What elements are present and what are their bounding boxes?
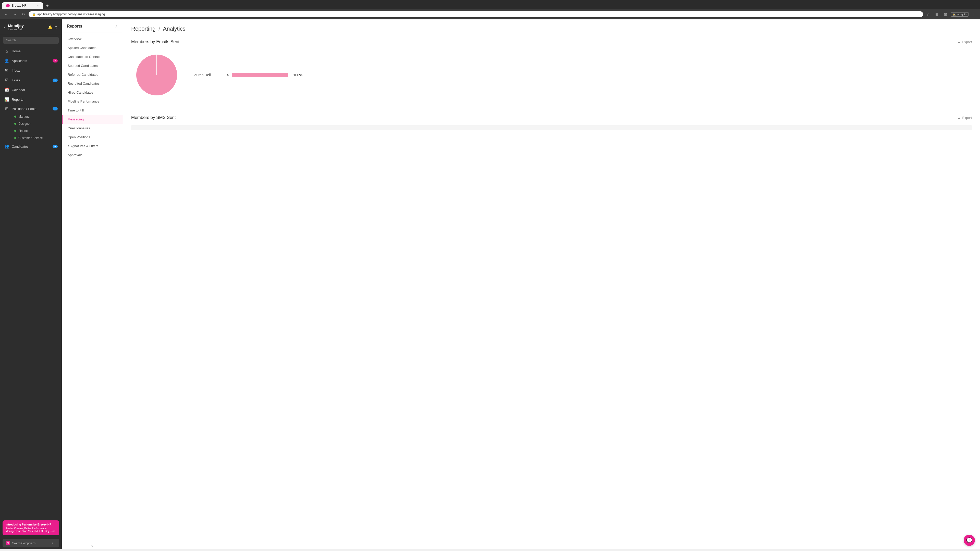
back-button[interactable]: ← <box>3 11 10 18</box>
report-nav-item-label: Applied Candidates <box>68 46 97 50</box>
report-nav-hired-candidates[interactable]: Hired Candidates <box>62 88 123 97</box>
page-title-separator: / <box>159 25 160 32</box>
sidebar-item-tasks[interactable]: ☑ Tasks + <box>0 75 62 85</box>
reload-button[interactable]: ↻ <box>20 11 27 18</box>
sidebar-item-label: Applicants <box>12 59 50 63</box>
report-nav-item-label: eSignatures & Offers <box>68 144 98 148</box>
breezy-tab-icon <box>6 4 10 7</box>
status-dot <box>14 130 16 132</box>
sidebar-subitem-label: Finance <box>18 129 29 133</box>
report-nav-questionnaires[interactable]: Questionnaires <box>62 124 123 133</box>
report-nav-applied-candidates[interactable]: Applied Candidates <box>62 43 123 52</box>
sidebar-item-applicants[interactable]: 👤 Applicants 7 <box>0 56 62 65</box>
promo-banner[interactable]: Introducing Perform by Breezy HR Easier,… <box>3 520 59 535</box>
report-nav-item-label: Questionnaires <box>68 126 90 130</box>
content-area: Reporting / Analytics Members by Emails … <box>123 19 980 549</box>
address-bar[interactable]: 🔒 app.breezy.hr/app/c/moodjoy/analytics/… <box>29 11 923 17</box>
sidebar-subitem-manager[interactable]: Manager <box>10 113 62 120</box>
incognito-badge: 🕵 Incognito <box>951 12 969 17</box>
report-nav-approvals[interactable]: Approvals <box>62 151 123 159</box>
browser-chrome: Breezy HR × + ← → ↻ 🔒 app.breezy.hr/app/… <box>0 0 980 19</box>
sidebar-subitem-customer-service[interactable]: Customer Service <box>10 135 62 141</box>
sidebar-item-positions-pools[interactable]: ⊞ Positions / Pools + <box>0 104 62 113</box>
layout-button[interactable]: ⊡ <box>942 11 949 18</box>
report-nav-referred-candidates[interactable]: Referred Candidates <box>62 70 123 79</box>
report-nav-item-label: Approvals <box>68 153 83 157</box>
tasks-icon: ☑ <box>4 78 9 83</box>
applicants-badge: 7 <box>52 59 58 62</box>
notification-bell-icon[interactable]: 🔔 <box>48 25 52 29</box>
bottom-scrollbar[interactable] <box>0 549 980 551</box>
sidebar-back-button[interactable]: ‹ <box>4 25 5 30</box>
report-nav-item-label: Pipeline Performance <box>68 100 99 103</box>
sms-chart-header: Members by SMS Sent ☁ Export <box>131 115 972 120</box>
report-nav-item-label: Time to Fill <box>68 108 84 112</box>
report-nav-open-positions[interactable]: Open Positions <box>62 133 123 141</box>
switch-companies-button[interactable]: ⊞ Switch Companies › <box>3 539 59 548</box>
home-icon: ⌂ <box>4 49 9 53</box>
sidebar-item-home[interactable]: ⌂ Home <box>0 46 62 56</box>
sidebar-search <box>0 34 62 46</box>
emails-pie-chart <box>131 49 182 100</box>
sidebar-header: ‹ Moodjoy Lauren Deli 🔔 ⚙ <box>0 19 62 34</box>
menu-button[interactable]: ⋮ <box>970 11 977 18</box>
settings-gear-icon[interactable]: ⚙ <box>54 25 58 29</box>
browser-tab-breezy[interactable]: Breezy HR × <box>2 2 43 9</box>
bookmark-button[interactable]: ☆ <box>924 11 932 18</box>
sms-export-label: Export <box>962 116 972 120</box>
tab-close-button[interactable]: × <box>37 4 39 7</box>
report-nav-recruited-candidates[interactable]: Recruited Candidates <box>62 79 123 88</box>
legend-bar <box>232 73 288 77</box>
report-nav-overview[interactable]: Overview <box>62 35 123 43</box>
emails-export-button[interactable]: ☁ Export <box>957 40 972 44</box>
forward-button[interactable]: → <box>11 11 18 18</box>
search-input[interactable] <box>3 37 59 44</box>
chat-bubble-button[interactable]: 💬 <box>964 535 975 546</box>
report-nav-messaging[interactable]: Messaging <box>62 115 123 124</box>
sidebar-item-label: Home <box>12 49 58 53</box>
sidebar-subitem-designer[interactable]: Designer <box>10 120 62 127</box>
page-title: Reporting / Analytics <box>131 25 972 32</box>
sidebar-item-label: Reports <box>12 98 58 102</box>
report-nav-esignatures-offers[interactable]: eSignatures & Offers <box>62 141 123 151</box>
report-nav-sourced-candidates[interactable]: Sourced Candidates <box>62 61 123 70</box>
sidebar-header-actions: 🔔 ⚙ <box>48 25 58 29</box>
page-title-analytics: Analytics <box>163 25 186 32</box>
sidebar-company: Moodjoy Lauren Deli <box>8 24 45 31</box>
sidebar-item-calendar[interactable]: 📅 Calendar <box>0 85 62 95</box>
sidebar-item-label: Tasks <box>12 78 50 82</box>
sidebar-item-inbox[interactable]: ✉ Inbox <box>0 65 62 75</box>
new-tab-button[interactable]: + <box>44 2 51 9</box>
report-nav-item-label: Open Positions <box>68 135 90 139</box>
reports-nav-collapse-button[interactable]: ∧ <box>115 24 118 28</box>
report-nav-time-to-fill[interactable]: Time to Fill <box>62 106 123 115</box>
sidebar-item-label: Calendar <box>12 88 58 92</box>
sidebar-subitem-label: Manager <box>18 115 30 118</box>
reports-nav-list: Overview Applied Candidates Candidates t… <box>62 32 123 543</box>
main-content: Reports ∧ Overview Applied Candidates Ca… <box>62 19 980 549</box>
status-dot <box>14 137 16 139</box>
extensions-button[interactable]: ⊞ <box>933 11 940 18</box>
company-name: Moodjoy <box>8 24 45 28</box>
sidebar-item-label: Inbox <box>12 68 58 73</box>
app-container: ‹ Moodjoy Lauren Deli 🔔 ⚙ ⌂ Home 👤 Appli… <box>0 19 980 549</box>
sidebar-subitem-finance[interactable]: Finance <box>10 127 62 135</box>
positions-badge: + <box>52 107 58 110</box>
sidebar-item-reports[interactable]: 📊 Reports <box>0 95 62 104</box>
report-nav-candidates-to-contact[interactable]: Candidates to Contact <box>62 52 123 61</box>
export-cloud-icon: ☁ <box>957 40 961 44</box>
report-nav-item-label: Candidates to Contact <box>68 55 100 59</box>
sms-export-button[interactable]: ☁ Export <box>957 116 972 120</box>
reports-nav-header: Reports ∧ <box>62 19 123 32</box>
report-nav-item-label: Hired Candidates <box>68 91 93 94</box>
chat-bubble-icon: 💬 <box>966 537 973 543</box>
report-nav-item-label: Recruited Candidates <box>68 82 100 86</box>
emails-chart-body: Lauren Deli 4 100% <box>131 49 972 100</box>
switch-label: Switch Companies <box>12 541 35 545</box>
reports-scroll-down: ∨ <box>62 543 123 549</box>
incognito-icon: 🕵 <box>953 13 956 16</box>
sidebar-item-candidates[interactable]: 👥 Candidates + <box>0 141 62 151</box>
report-nav-pipeline-performance[interactable]: Pipeline Performance <box>62 97 123 106</box>
sms-sent-chart-section: Members by SMS Sent ☁ Export <box>131 115 972 130</box>
legend-item-lauren-deli: Lauren Deli 4 100% <box>192 71 972 79</box>
